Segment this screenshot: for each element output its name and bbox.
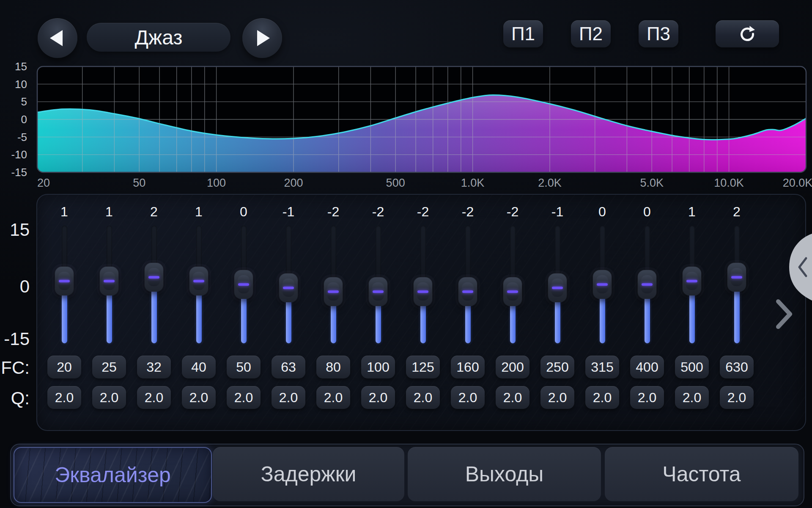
band-q-button[interactable]: 2.0 — [675, 386, 709, 409]
band-slider-thumb[interactable] — [324, 277, 343, 306]
band-slider-thumb[interactable] — [458, 277, 477, 306]
y-axis-tick-label: -10 — [11, 148, 27, 161]
band-q-button[interactable]: 2.0 — [720, 386, 754, 409]
band-slider-thumb[interactable] — [683, 267, 701, 295]
band-gain-label: 1 — [90, 204, 128, 220]
fc-row-label: FC: — [0, 358, 30, 378]
y-axis-tick-label: -15 — [11, 166, 27, 179]
thumb-dash-icon — [731, 276, 742, 279]
band-gain-label: 1 — [45, 204, 83, 220]
band-fc-button[interactable]: 40 — [182, 356, 216, 378]
y-axis-tick-label: 15 — [15, 60, 27, 73]
band-q-button[interactable]: 2.0 — [227, 386, 261, 409]
band-fc-button[interactable]: 80 — [316, 356, 350, 378]
tab-delays[interactable]: Задержки — [213, 447, 404, 501]
scale-label-min: -15 — [0, 329, 30, 349]
band-q-button[interactable]: 2.0 — [272, 386, 305, 409]
thumb-dash-icon — [373, 290, 384, 293]
band-q-button[interactable]: 2.0 — [496, 386, 529, 409]
band-fc-button[interactable]: 20 — [47, 356, 81, 378]
x-axis-tick-label: 5.0K — [640, 177, 664, 189]
band-gain-label: 2 — [718, 204, 756, 220]
band-gain-label: -2 — [314, 204, 352, 220]
band-slider-thumb[interactable] — [234, 270, 253, 299]
y-axis-tick-label: -5 — [17, 131, 27, 144]
band-gain-label: -2 — [404, 204, 442, 220]
band-gain-label: -2 — [449, 204, 487, 220]
thumb-dash-icon — [642, 283, 653, 286]
thumb-dash-icon — [552, 287, 563, 289]
band-slider-thumb[interactable] — [145, 263, 163, 292]
x-axis-tick-label: 100 — [207, 177, 226, 189]
band-slider-thumb[interactable] — [727, 263, 746, 292]
tab-equalizer[interactable]: Эквалайзер — [14, 447, 212, 503]
band-fc-button[interactable]: 63 — [272, 356, 305, 378]
band-fc-button[interactable]: 125 — [406, 356, 440, 378]
thumb-dash-icon — [59, 280, 70, 282]
band-slider-thumb[interactable] — [414, 277, 432, 306]
band-fc-button[interactable]: 32 — [137, 356, 171, 378]
band-fc-button[interactable]: 250 — [540, 356, 574, 378]
scale-label-zero: 0 — [0, 276, 30, 297]
band-slider-thumb[interactable] — [548, 273, 567, 302]
thumb-dash-icon — [283, 287, 294, 289]
thumb-dash-icon — [462, 290, 473, 293]
band-gain-label: 0 — [225, 204, 263, 220]
band-q-button[interactable]: 2.0 — [361, 386, 395, 409]
band-gain-label: -2 — [494, 204, 532, 220]
band-slider-thumb[interactable] — [638, 270, 656, 299]
band-q-button[interactable]: 2.0 — [585, 386, 619, 409]
band-slider-thumb[interactable] — [369, 277, 387, 306]
thumb-dash-icon — [193, 280, 204, 282]
band-slider-thumb[interactable] — [593, 270, 612, 299]
equalizer-screen: Джаз П1 П2 П3 151050-5-10-15205010020050… — [0, 0, 812, 508]
band-q-button[interactable]: 2.0 — [451, 386, 485, 409]
band-fc-button[interactable]: 160 — [451, 356, 485, 378]
x-axis-tick-label: 10.0K — [714, 177, 744, 189]
thumb-dash-icon — [686, 280, 697, 282]
x-axis-tick-label: 1.0K — [461, 177, 485, 189]
band-fc-button[interactable]: 630 — [720, 356, 754, 378]
thumb-dash-icon — [507, 290, 518, 293]
band-fc-button[interactable]: 25 — [92, 356, 126, 378]
band-slider-thumb[interactable] — [55, 267, 74, 295]
x-axis-tick-label: 20 — [37, 177, 50, 189]
tab-frequency[interactable]: Частота — [605, 447, 798, 501]
band-fc-button[interactable]: 315 — [585, 356, 619, 378]
drawer-handle[interactable] — [789, 234, 812, 301]
band-slider-thumb[interactable] — [189, 267, 208, 295]
band-gain-label: 0 — [583, 204, 621, 220]
thumb-dash-icon — [328, 290, 339, 293]
thumb-dash-icon — [148, 276, 159, 279]
band-gain-label: -1 — [269, 204, 307, 220]
band-slider-thumb[interactable] — [503, 277, 522, 306]
band-q-button[interactable]: 2.0 — [316, 386, 350, 409]
x-axis-tick-label: 20.0K — [783, 177, 812, 189]
band-q-button[interactable]: 2.0 — [47, 386, 81, 409]
thumb-dash-icon — [597, 283, 608, 286]
band-gain-label: 1 — [180, 204, 218, 220]
band-fc-button[interactable]: 400 — [630, 356, 664, 378]
band-gain-label: 2 — [135, 204, 173, 220]
thumb-dash-icon — [238, 283, 249, 286]
band-q-button[interactable]: 2.0 — [137, 386, 171, 409]
x-axis-tick-label: 200 — [284, 177, 303, 189]
band-fc-button[interactable]: 500 — [675, 356, 709, 378]
band-fc-button[interactable]: 200 — [496, 356, 529, 378]
band-gain-label: 0 — [628, 204, 666, 220]
band-q-button[interactable]: 2.0 — [182, 386, 216, 409]
x-axis-tick-label: 50 — [133, 177, 145, 189]
chevron-right-icon[interactable] — [778, 301, 790, 327]
band-q-button[interactable]: 2.0 — [406, 386, 440, 409]
band-gain-label: 1 — [673, 204, 711, 220]
band-q-button[interactable]: 2.0 — [630, 386, 664, 409]
band-slider-thumb[interactable] — [279, 273, 298, 302]
tab-outputs[interactable]: Выходы — [408, 447, 601, 501]
band-slider-thumb[interactable] — [100, 267, 118, 295]
band-fc-button[interactable]: 100 — [361, 356, 395, 378]
band-q-button[interactable]: 2.0 — [92, 386, 126, 409]
band-fc-button[interactable]: 50 — [227, 356, 261, 378]
band-gain-label: -1 — [538, 204, 576, 220]
band-gain-label: -2 — [359, 204, 397, 220]
band-q-button[interactable]: 2.0 — [540, 386, 574, 409]
